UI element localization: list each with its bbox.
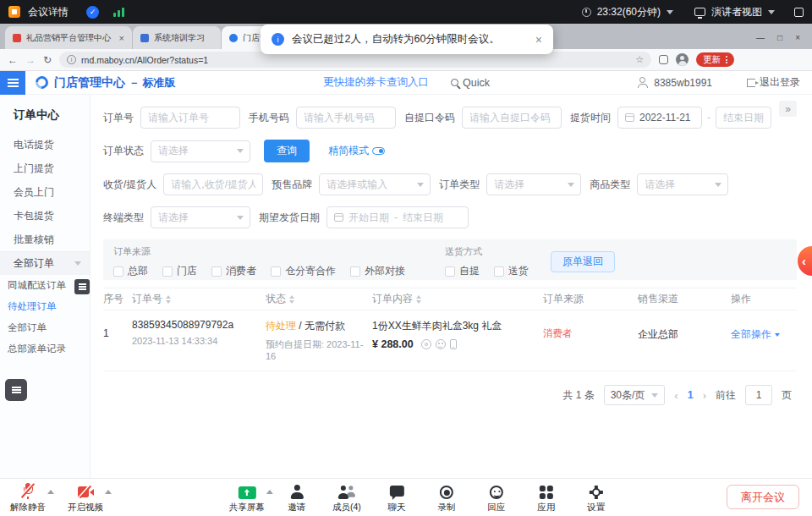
view-mode-label[interactable]: 演讲者视图 [711, 5, 762, 19]
sidebar-item-card-pickup[interactable]: 卡包提货 [0, 204, 90, 228]
quick-search[interactable]: Quick [451, 77, 490, 89]
presale-brand-select[interactable]: 请选择或输入 [319, 173, 431, 195]
checkbox-store[interactable]: 门店 [162, 264, 197, 278]
toast-close-icon[interactable]: × [535, 33, 542, 47]
sidebar-item-phone-pickup[interactable]: 电话提货 [0, 133, 90, 156]
browser-menu-icon[interactable] [726, 56, 727, 63]
share-screen-button[interactable]: 共享屏幕 [228, 483, 266, 513]
pickup-end-date[interactable]: 结束日期 [716, 107, 771, 129]
browser-tab[interactable]: 礼品营销平台管理中心 × [5, 26, 132, 49]
chat-button[interactable]: 聊天 [377, 483, 416, 513]
browser-tab[interactable]: 系统培训学习 [133, 26, 221, 49]
sidebar-item-member-visit[interactable]: 会员上门 [0, 180, 90, 204]
bookmark-star-icon[interactable]: ☆ [635, 54, 644, 65]
share-options-caret-icon[interactable] [266, 490, 273, 494]
apps-button[interactable]: 应用 [527, 483, 566, 513]
floating-list-button[interactable] [5, 379, 27, 401]
goods-type-label: 商品类型 [590, 178, 630, 192]
browser-profile-avatar[interactable] [676, 53, 689, 66]
all-actions-dropdown[interactable]: 全部操作 [731, 327, 797, 342]
view-mode-caret-icon[interactable] [768, 10, 775, 14]
back-icon[interactable]: ← [8, 55, 18, 65]
filter-collapse-button[interactable]: » [779, 101, 797, 117]
phone-input[interactable] [296, 107, 396, 129]
sidebar-item-pending-orders[interactable]: 待处理订单 [0, 296, 90, 317]
maximize-button[interactable]: □ [777, 33, 782, 42]
search-button[interactable]: 查询 [264, 140, 310, 162]
username[interactable]: 8385wb1991 [654, 77, 712, 89]
checkbox-warehouse-coop[interactable]: 仓分寄合作 [271, 264, 336, 278]
pickup-code-input[interactable] [462, 107, 562, 129]
network-signal-icon [113, 8, 124, 17]
close-window-button[interactable]: × [795, 33, 800, 42]
original-order-return-button[interactable]: 原单退回 [551, 251, 615, 272]
sort-icon[interactable] [289, 295, 294, 304]
checkbox-external[interactable]: 外部对接 [350, 264, 405, 278]
col-status[interactable]: 状态 [266, 292, 372, 306]
checkbox-self-pickup[interactable]: 自提 [445, 264, 480, 278]
reload-icon[interactable]: ↻ [43, 55, 52, 65]
fullscreen-icon[interactable] [794, 8, 804, 17]
unmute-label: 解除静音 [10, 502, 46, 513]
pickup-start-date[interactable]: 2022-11-21 [617, 107, 702, 129]
members-button[interactable]: 成员(4) [327, 483, 366, 513]
settings-button[interactable]: 设置 [577, 483, 616, 513]
sidebar-group-all-orders[interactable]: 全部订单 [0, 251, 90, 275]
checkbox-consumer[interactable]: 消费者 [211, 264, 256, 278]
checkbox-icon [494, 266, 504, 277]
caret-down-icon [417, 183, 424, 187]
mic-options-caret-icon[interactable] [47, 490, 54, 494]
extensions-icon[interactable] [659, 55, 668, 64]
order-no[interactable]: 83859345088979792a [132, 319, 266, 331]
order-type-select[interactable]: 请选择 [486, 173, 581, 195]
update-button[interactable]: 更新 [696, 52, 734, 67]
security-shield-icon[interactable]: ✓ [86, 6, 99, 19]
order-no-input[interactable] [140, 107, 240, 129]
logout-button[interactable]: 退出登录 [747, 75, 800, 90]
col-channel: 销售渠道 [638, 292, 731, 306]
sidebar-item-all-orders[interactable]: 全部订单 [0, 317, 90, 338]
forward-icon[interactable]: → [25, 55, 36, 65]
col-content[interactable]: 订单内容 [372, 292, 543, 306]
sidebar-item-door-pickup[interactable]: 上门提货 [0, 156, 90, 180]
sidebar-toggle-button[interactable] [0, 71, 25, 95]
page-size-select[interactable]: 30条/页 [604, 385, 666, 405]
sort-icon[interactable] [416, 295, 421, 304]
sidebar-collapse-handle[interactable] [74, 279, 90, 294]
start-video-button[interactable]: 开启视频 [66, 483, 105, 513]
prev-page-icon[interactable]: ‹ [674, 389, 678, 402]
sort-icon[interactable] [166, 295, 171, 304]
goto-page-input[interactable] [745, 385, 772, 405]
terminal-type-select[interactable]: 请选择 [151, 206, 250, 228]
leave-meeting-button[interactable]: 离开会议 [727, 485, 799, 509]
react-button[interactable]: 回应 [477, 483, 516, 513]
page-unit: 页 [782, 388, 792, 403]
simple-mode-link[interactable]: 精简模式 [328, 144, 385, 158]
invite-button[interactable]: 邀请 [277, 483, 316, 513]
checkbox-delivery[interactable]: 送货 [494, 264, 529, 278]
checkbox-hq[interactable]: 总部 [113, 264, 148, 278]
coupon-query-link[interactable]: 更快捷的券卡查询入口 [323, 75, 429, 90]
info-icon: i [272, 33, 284, 46]
unmute-button[interactable]: 解除静音 [8, 483, 47, 513]
timer-caret-icon[interactable] [667, 10, 673, 14]
meeting-timer[interactable]: 23:32(60分钟) [597, 5, 661, 19]
window-controls: — □ × [756, 33, 807, 42]
order-status-select[interactable]: 请选择 [151, 140, 250, 162]
logout-label: 退出登录 [760, 75, 800, 90]
site-info-icon[interactable]: i [67, 55, 76, 64]
sidebar-item-hq-dispatch[interactable]: 总部派单记录 [0, 338, 90, 360]
camera-options-caret-icon[interactable] [105, 490, 112, 494]
col-order-no[interactable]: 订单号 [132, 292, 266, 306]
record-button[interactable]: 录制 [427, 483, 466, 513]
expect-ship-date-range[interactable]: 开始日期 - 结束日期 [326, 206, 469, 228]
next-page-icon[interactable]: › [703, 389, 706, 402]
receiver-input[interactable] [163, 173, 263, 195]
goods-type-select[interactable]: 请选择 [637, 173, 728, 195]
tab-close-icon[interactable]: × [119, 33, 124, 43]
sidebar-item-batch-verify[interactable]: 批量核销 [0, 228, 90, 251]
current-page[interactable]: 1 [688, 389, 694, 401]
minimize-button[interactable]: — [756, 33, 765, 42]
filter-row-3: 收货/提货人 预售品牌 请选择或输入 订单类型 请选择 商品类型 [103, 173, 804, 195]
source-filter-panel: 订单来源 总部 门店 消费者 仓分寄合作 外部对接 送货方式 自提 送货 [103, 239, 797, 280]
